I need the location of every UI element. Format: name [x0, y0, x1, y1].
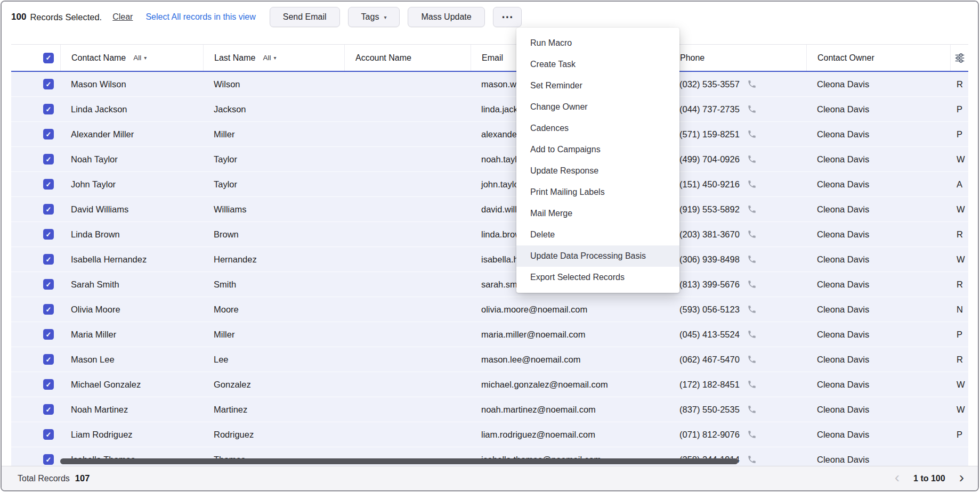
- menu-item[interactable]: Export Selected Records: [516, 267, 679, 288]
- table-row[interactable]: ✓ Olivia Moore Moore olivia.moore@noemai…: [11, 297, 968, 322]
- row-checkbox[interactable]: ✓: [43, 254, 54, 265]
- cell-contact-name[interactable]: Mason Lee: [60, 355, 203, 365]
- row-checkbox[interactable]: ✓: [43, 129, 54, 139]
- cell-contact-name[interactable]: Mason Wilson: [60, 79, 203, 89]
- phone-icon[interactable]: [747, 79, 757, 89]
- phone-icon[interactable]: [747, 229, 757, 239]
- menu-item[interactable]: Change Owner: [516, 96, 679, 118]
- cell-contact-name[interactable]: Liam Rodriguez: [60, 430, 203, 440]
- cell-contact-name[interactable]: Noah Taylor: [60, 154, 203, 165]
- row-checkbox[interactable]: ✓: [43, 279, 54, 290]
- cell-contact-name[interactable]: David Williams: [60, 204, 203, 215]
- cell-contact-name[interactable]: Maria Miller: [60, 330, 203, 340]
- menu-item[interactable]: Update Response: [516, 160, 679, 182]
- phone-icon[interactable]: [747, 380, 757, 389]
- menu-item[interactable]: Mail Merge: [516, 203, 679, 224]
- row-checkbox[interactable]: ✓: [43, 354, 54, 365]
- next-page-button[interactable]: ›: [959, 470, 964, 485]
- table-row[interactable]: ✓ Isabella Hernandez Hernandez isabella.…: [11, 247, 968, 272]
- table-row[interactable]: ✓ David Williams Williams david.williams…: [11, 197, 968, 222]
- header-cell-contact-name[interactable]: Contact Name All ▾: [60, 45, 203, 71]
- cell-contact-name[interactable]: Alexander Miller: [60, 129, 203, 139]
- cell-contact-name[interactable]: Isabella Hernandez: [60, 254, 203, 265]
- column-settings-icon[interactable]: [954, 52, 966, 64]
- menu-item[interactable]: Cadences: [516, 118, 679, 139]
- contact-name-filter-dropdown[interactable]: All ▾: [133, 54, 147, 62]
- header-cell-phone[interactable]: Phone: [669, 45, 806, 71]
- cell-contact-name[interactable]: John Taylor: [60, 179, 203, 190]
- row-checkbox[interactable]: ✓: [43, 179, 54, 190]
- table-row[interactable]: ✓ Noah Martinez Martinez noah.martinez@n…: [11, 397, 968, 422]
- header-cell-last-name[interactable]: Last Name All ▾: [203, 45, 344, 71]
- phone-icon[interactable]: [747, 430, 757, 439]
- row-checkbox[interactable]: ✓: [43, 79, 54, 89]
- table-row[interactable]: ✓ Sarah Smith Smith sarah.smith@noemail.…: [11, 272, 968, 297]
- table-row[interactable]: ✓ Linda Brown Brown linda.brown@noemail.…: [11, 222, 968, 247]
- row-checkbox[interactable]: ✓: [43, 229, 54, 240]
- row-checkbox[interactable]: ✓: [43, 429, 54, 440]
- menu-item[interactable]: Delete: [516, 224, 679, 245]
- cell-contact-name[interactable]: Sarah Smith: [60, 280, 203, 290]
- tags-button[interactable]: Tags ▾: [348, 7, 400, 27]
- menu-item[interactable]: Add to Campaigns: [516, 139, 679, 160]
- table-row[interactable]: ✓ Mason Wilson Wilson mason.wilson@noema…: [11, 72, 968, 97]
- row-checkbox[interactable]: ✓: [43, 379, 54, 390]
- last-name-filter-dropdown[interactable]: All ▾: [263, 54, 276, 62]
- cell-contact-name[interactable]: Olivia Moore: [60, 305, 203, 315]
- phone-icon[interactable]: [747, 405, 757, 414]
- horizontal-scrollbar-thumb[interactable]: [60, 458, 738, 464]
- row-checkbox[interactable]: ✓: [43, 304, 54, 315]
- header-cell-account-name[interactable]: Account Name: [344, 45, 471, 71]
- phone-icon[interactable]: [747, 455, 757, 464]
- select-all-checkbox[interactable]: ✓: [43, 53, 54, 63]
- phone-icon[interactable]: [747, 129, 757, 139]
- row-checkbox[interactable]: ✓: [43, 454, 54, 465]
- row-checkbox[interactable]: ✓: [43, 204, 54, 215]
- row-checkbox[interactable]: ✓: [43, 154, 54, 165]
- select-all-records-link[interactable]: Select All records in this view: [145, 12, 255, 22]
- phone-icon[interactable]: [747, 204, 757, 214]
- cell-contact-name[interactable]: Linda Jackson: [60, 104, 203, 114]
- menu-item[interactable]: Print Mailing Labels: [516, 182, 679, 203]
- phone-icon[interactable]: [747, 104, 757, 114]
- table-row[interactable]: ✓ John Taylor Taylor john.taylor@noemail…: [11, 172, 968, 197]
- phone-icon[interactable]: [747, 179, 757, 189]
- cell-extra-column: R: [950, 79, 968, 89]
- cell-contact-name[interactable]: Noah Martinez: [60, 405, 203, 415]
- menu-item[interactable]: Create Task: [516, 54, 679, 75]
- phone-icon[interactable]: [747, 305, 757, 314]
- cell-last-name: Miller: [203, 129, 344, 139]
- phone-icon[interactable]: [747, 280, 757, 289]
- table-row[interactable]: ✓ Noah Taylor Taylor noah.taylor@noemail…: [11, 147, 968, 172]
- send-email-button[interactable]: Send Email: [270, 7, 340, 27]
- table-row[interactable]: ✓ Mason Lee Lee mason.lee@noemail.com (0…: [11, 347, 968, 372]
- phone-icon[interactable]: [747, 355, 757, 364]
- table-row[interactable]: ✓ Michael Gonzalez Gonzalez michael.gonz…: [11, 372, 968, 397]
- cell-phone: (306) 939-8498: [669, 254, 806, 265]
- row-checkbox[interactable]: ✓: [43, 404, 54, 415]
- phone-number: (203) 381-3670: [679, 229, 740, 240]
- phone-icon[interactable]: [747, 254, 757, 264]
- table-row[interactable]: ✓ Alexander Miller Miller alexander.mill…: [11, 122, 968, 147]
- menu-item[interactable]: Set Reminder: [516, 75, 679, 96]
- table-row[interactable]: ✓ Linda Jackson Jackson linda.jackson@no…: [11, 97, 968, 122]
- cell-contact-owner: Cleona Davis: [806, 405, 950, 415]
- phone-number: (071) 812-9076: [679, 430, 740, 440]
- row-checkbox[interactable]: ✓: [43, 329, 54, 340]
- prev-page-button[interactable]: ‹: [895, 470, 900, 485]
- cell-phone: (919) 553-5892: [669, 204, 806, 215]
- phone-icon[interactable]: [747, 154, 757, 164]
- table-row[interactable]: ✓ Liam Rodriguez Rodriguez liam.rodrigue…: [11, 422, 968, 447]
- row-checkbox[interactable]: ✓: [43, 104, 54, 114]
- table-row[interactable]: ✓ Isabella Thomas Thomas isabella.thomas…: [11, 447, 968, 468]
- phone-icon[interactable]: [747, 330, 757, 339]
- menu-item[interactable]: Update Data Processing Basis: [516, 245, 679, 267]
- header-cell-contact-owner[interactable]: Contact Owner: [806, 45, 950, 71]
- table-row[interactable]: ✓ Maria Miller Miller maria.miller@noema…: [11, 322, 968, 347]
- menu-item[interactable]: Run Macro: [516, 32, 679, 54]
- cell-contact-name[interactable]: Michael Gonzalez: [60, 380, 203, 390]
- mass-update-button[interactable]: Mass Update: [408, 7, 484, 27]
- more-actions-button[interactable]: ⋯: [493, 7, 522, 27]
- cell-contact-name[interactable]: Linda Brown: [60, 229, 203, 240]
- clear-selection-link[interactable]: Clear: [112, 12, 133, 22]
